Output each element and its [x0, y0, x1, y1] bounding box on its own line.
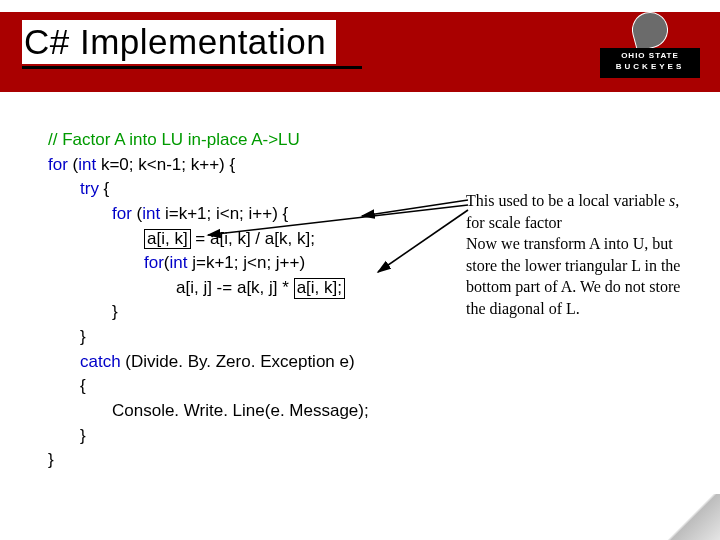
code-block: // Factor A into LU in-place A->LU for (…: [48, 128, 448, 473]
code-line: }: [48, 300, 448, 325]
boxed-rvalue: a[i, k];: [294, 278, 345, 299]
logo-text-top: OHIO STATE: [600, 48, 700, 62]
code-line: // Factor A into LU in-place A->LU: [48, 128, 448, 153]
slide-title: C# Implementation: [22, 20, 336, 64]
page-curl-corner: [664, 494, 720, 540]
code-line: Console. Write. Line(e. Message);: [48, 399, 448, 424]
ohio-state-logo: OHIO STATE BUCKEYES: [600, 10, 700, 85]
annotation-line-1: This used to be a local variable s, for …: [466, 190, 686, 233]
code-line: {: [48, 374, 448, 399]
logo-text-box: OHIO STATE BUCKEYES: [600, 48, 700, 78]
logo-text-bottom: BUCKEYES: [600, 62, 700, 72]
code-line: }: [48, 448, 448, 473]
title-underline: [22, 66, 362, 69]
code-line: }: [48, 424, 448, 449]
boxed-lvalue: a[i, k]: [144, 229, 191, 250]
code-line: }: [48, 325, 448, 350]
code-line: catch (Divide. By. Zero. Exception e): [48, 350, 448, 375]
code-line: for (int i=k+1; i<n; i++) {: [48, 202, 448, 227]
code-line: a[i, k] = a[i, k] / a[k, k];: [48, 227, 448, 252]
code-line: for (int k=0; k<n-1; k++) {: [48, 153, 448, 178]
code-line: for(int j=k+1; j<n; j++): [48, 251, 448, 276]
code-line: a[i, j] -= a[k, j] * a[i, k];: [48, 276, 448, 301]
annotation-line-2: Now we transform A into U, but store the…: [466, 233, 686, 319]
buckeye-leaf-icon: [628, 8, 672, 52]
code-line: try {: [48, 177, 448, 202]
slide-header: C# Implementation OHIO STATE BUCKEYES: [0, 0, 720, 110]
annotation-text: This used to be a local variable s, for …: [466, 190, 686, 320]
